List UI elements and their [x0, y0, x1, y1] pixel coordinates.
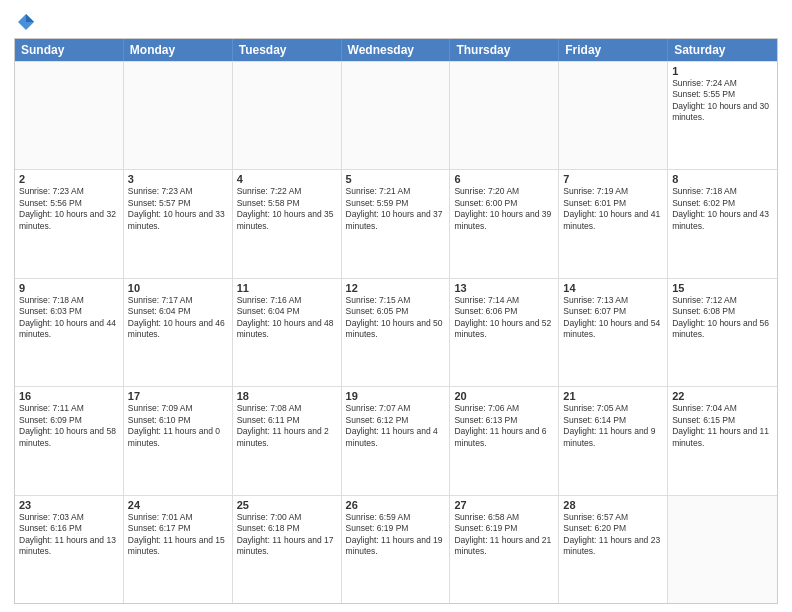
calendar-week-1: 1Sunrise: 7:24 AM Sunset: 5:55 PM Daylig… — [15, 61, 777, 169]
day-info: Sunrise: 7:04 AM Sunset: 6:15 PM Dayligh… — [672, 403, 773, 449]
day-27: 27Sunrise: 6:58 AM Sunset: 6:19 PM Dayli… — [450, 496, 559, 603]
header-cell-sunday: Sunday — [15, 39, 124, 61]
day-number: 24 — [128, 499, 228, 511]
day-6: 6Sunrise: 7:20 AM Sunset: 6:00 PM Daylig… — [450, 170, 559, 277]
day-info: Sunrise: 7:15 AM Sunset: 6:05 PM Dayligh… — [346, 295, 446, 341]
day-19: 19Sunrise: 7:07 AM Sunset: 6:12 PM Dayli… — [342, 387, 451, 494]
day-info: Sunrise: 7:20 AM Sunset: 6:00 PM Dayligh… — [454, 186, 554, 232]
day-number: 26 — [346, 499, 446, 511]
day-number: 5 — [346, 173, 446, 185]
calendar-week-5: 23Sunrise: 7:03 AM Sunset: 6:16 PM Dayli… — [15, 495, 777, 603]
day-28: 28Sunrise: 6:57 AM Sunset: 6:20 PM Dayli… — [559, 496, 668, 603]
day-info: Sunrise: 7:18 AM Sunset: 6:02 PM Dayligh… — [672, 186, 773, 232]
day-number: 22 — [672, 390, 773, 402]
day-number: 14 — [563, 282, 663, 294]
day-12: 12Sunrise: 7:15 AM Sunset: 6:05 PM Dayli… — [342, 279, 451, 386]
day-number: 3 — [128, 173, 228, 185]
day-info: Sunrise: 7:23 AM Sunset: 5:57 PM Dayligh… — [128, 186, 228, 232]
day-info: Sunrise: 7:05 AM Sunset: 6:14 PM Dayligh… — [563, 403, 663, 449]
day-number: 27 — [454, 499, 554, 511]
day-number: 25 — [237, 499, 337, 511]
header-cell-tuesday: Tuesday — [233, 39, 342, 61]
day-25: 25Sunrise: 7:00 AM Sunset: 6:18 PM Dayli… — [233, 496, 342, 603]
day-info: Sunrise: 7:21 AM Sunset: 5:59 PM Dayligh… — [346, 186, 446, 232]
day-26: 26Sunrise: 6:59 AM Sunset: 6:19 PM Dayli… — [342, 496, 451, 603]
empty-cell — [342, 62, 451, 169]
svg-marker-1 — [26, 14, 34, 22]
day-info: Sunrise: 7:14 AM Sunset: 6:06 PM Dayligh… — [454, 295, 554, 341]
day-info: Sunrise: 7:12 AM Sunset: 6:08 PM Dayligh… — [672, 295, 773, 341]
day-info: Sunrise: 7:07 AM Sunset: 6:12 PM Dayligh… — [346, 403, 446, 449]
day-number: 23 — [19, 499, 119, 511]
day-info: Sunrise: 7:00 AM Sunset: 6:18 PM Dayligh… — [237, 512, 337, 558]
day-number: 13 — [454, 282, 554, 294]
calendar-body: 1Sunrise: 7:24 AM Sunset: 5:55 PM Daylig… — [15, 61, 777, 603]
day-number: 17 — [128, 390, 228, 402]
day-number: 8 — [672, 173, 773, 185]
header-cell-wednesday: Wednesday — [342, 39, 451, 61]
day-7: 7Sunrise: 7:19 AM Sunset: 6:01 PM Daylig… — [559, 170, 668, 277]
day-14: 14Sunrise: 7:13 AM Sunset: 6:07 PM Dayli… — [559, 279, 668, 386]
day-number: 4 — [237, 173, 337, 185]
day-number: 15 — [672, 282, 773, 294]
day-number: 10 — [128, 282, 228, 294]
calendar: SundayMondayTuesdayWednesdayThursdayFrid… — [14, 38, 778, 604]
day-17: 17Sunrise: 7:09 AM Sunset: 6:10 PM Dayli… — [124, 387, 233, 494]
empty-cell — [450, 62, 559, 169]
day-number: 12 — [346, 282, 446, 294]
header-cell-friday: Friday — [559, 39, 668, 61]
logo-icon — [16, 12, 36, 32]
day-20: 20Sunrise: 7:06 AM Sunset: 6:13 PM Dayli… — [450, 387, 559, 494]
day-number: 1 — [672, 65, 773, 77]
day-info: Sunrise: 7:24 AM Sunset: 5:55 PM Dayligh… — [672, 78, 773, 124]
day-info: Sunrise: 7:19 AM Sunset: 6:01 PM Dayligh… — [563, 186, 663, 232]
day-info: Sunrise: 6:59 AM Sunset: 6:19 PM Dayligh… — [346, 512, 446, 558]
day-1: 1Sunrise: 7:24 AM Sunset: 5:55 PM Daylig… — [668, 62, 777, 169]
header — [14, 12, 778, 32]
day-13: 13Sunrise: 7:14 AM Sunset: 6:06 PM Dayli… — [450, 279, 559, 386]
empty-cell — [668, 496, 777, 603]
day-23: 23Sunrise: 7:03 AM Sunset: 6:16 PM Dayli… — [15, 496, 124, 603]
header-cell-thursday: Thursday — [450, 39, 559, 61]
day-number: 16 — [19, 390, 119, 402]
day-number: 6 — [454, 173, 554, 185]
day-number: 21 — [563, 390, 663, 402]
day-info: Sunrise: 7:23 AM Sunset: 5:56 PM Dayligh… — [19, 186, 119, 232]
day-number: 9 — [19, 282, 119, 294]
day-21: 21Sunrise: 7:05 AM Sunset: 6:14 PM Dayli… — [559, 387, 668, 494]
header-cell-monday: Monday — [124, 39, 233, 61]
day-3: 3Sunrise: 7:23 AM Sunset: 5:57 PM Daylig… — [124, 170, 233, 277]
empty-cell — [15, 62, 124, 169]
calendar-week-3: 9Sunrise: 7:18 AM Sunset: 6:03 PM Daylig… — [15, 278, 777, 386]
empty-cell — [233, 62, 342, 169]
day-22: 22Sunrise: 7:04 AM Sunset: 6:15 PM Dayli… — [668, 387, 777, 494]
calendar-week-4: 16Sunrise: 7:11 AM Sunset: 6:09 PM Dayli… — [15, 386, 777, 494]
day-18: 18Sunrise: 7:08 AM Sunset: 6:11 PM Dayli… — [233, 387, 342, 494]
day-info: Sunrise: 6:57 AM Sunset: 6:20 PM Dayligh… — [563, 512, 663, 558]
calendar-week-2: 2Sunrise: 7:23 AM Sunset: 5:56 PM Daylig… — [15, 169, 777, 277]
day-number: 28 — [563, 499, 663, 511]
day-11: 11Sunrise: 7:16 AM Sunset: 6:04 PM Dayli… — [233, 279, 342, 386]
day-info: Sunrise: 7:16 AM Sunset: 6:04 PM Dayligh… — [237, 295, 337, 341]
day-24: 24Sunrise: 7:01 AM Sunset: 6:17 PM Dayli… — [124, 496, 233, 603]
day-15: 15Sunrise: 7:12 AM Sunset: 6:08 PM Dayli… — [668, 279, 777, 386]
day-info: Sunrise: 7:08 AM Sunset: 6:11 PM Dayligh… — [237, 403, 337, 449]
logo — [14, 12, 36, 32]
day-info: Sunrise: 7:18 AM Sunset: 6:03 PM Dayligh… — [19, 295, 119, 341]
day-9: 9Sunrise: 7:18 AM Sunset: 6:03 PM Daylig… — [15, 279, 124, 386]
day-number: 18 — [237, 390, 337, 402]
day-10: 10Sunrise: 7:17 AM Sunset: 6:04 PM Dayli… — [124, 279, 233, 386]
day-info: Sunrise: 7:13 AM Sunset: 6:07 PM Dayligh… — [563, 295, 663, 341]
day-info: Sunrise: 7:11 AM Sunset: 6:09 PM Dayligh… — [19, 403, 119, 449]
day-5: 5Sunrise: 7:21 AM Sunset: 5:59 PM Daylig… — [342, 170, 451, 277]
day-info: Sunrise: 7:17 AM Sunset: 6:04 PM Dayligh… — [128, 295, 228, 341]
day-16: 16Sunrise: 7:11 AM Sunset: 6:09 PM Dayli… — [15, 387, 124, 494]
day-number: 7 — [563, 173, 663, 185]
page: SundayMondayTuesdayWednesdayThursdayFrid… — [0, 0, 792, 612]
header-cell-saturday: Saturday — [668, 39, 777, 61]
day-number: 19 — [346, 390, 446, 402]
day-8: 8Sunrise: 7:18 AM Sunset: 6:02 PM Daylig… — [668, 170, 777, 277]
day-info: Sunrise: 7:06 AM Sunset: 6:13 PM Dayligh… — [454, 403, 554, 449]
day-number: 20 — [454, 390, 554, 402]
day-info: Sunrise: 7:09 AM Sunset: 6:10 PM Dayligh… — [128, 403, 228, 449]
